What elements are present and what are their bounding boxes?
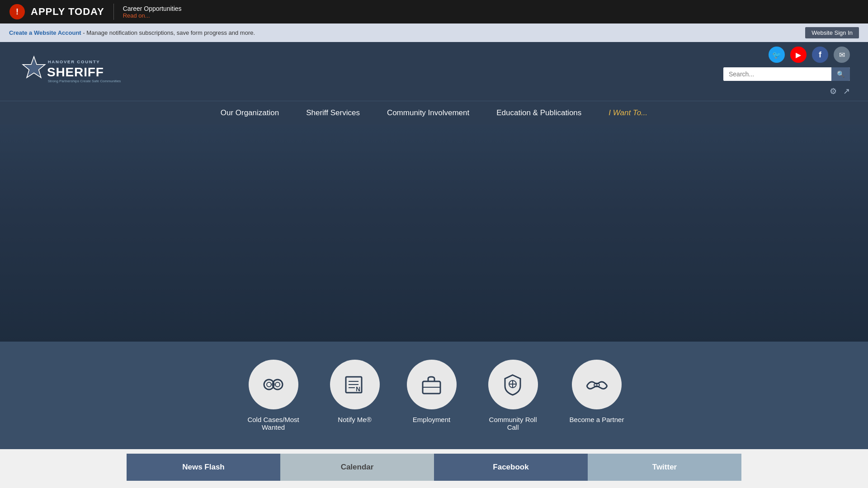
notification-text: Create a Website Account - Manage notifi… [9, 29, 255, 36]
email-icon[interactable]: ✉ [834, 47, 850, 63]
svg-point-11 [275, 382, 280, 387]
quick-link-cold-cases[interactable]: Cold Cases/Most Wanted [244, 360, 303, 431]
nav-our-organization[interactable]: Our Organization [207, 101, 292, 125]
tab-news-flash[interactable]: News Flash [127, 454, 280, 481]
navigation: Our Organization Sheriff Services Commun… [0, 101, 868, 125]
search-button[interactable]: 🔍 [831, 67, 850, 81]
employment-label: Employment [413, 416, 450, 423]
youtube-icon[interactable]: ▶ [790, 47, 807, 63]
hero-overlay [0, 125, 868, 342]
facebook-icon[interactable]: f [812, 47, 828, 63]
top-banner: ! APPLY TODAY Career Opportunities Read … [0, 0, 868, 23]
career-info: Career Opportunities Read on... [123, 5, 182, 19]
become-partner-label: Become a Partner [570, 416, 624, 423]
website-sign-in-button[interactable]: Website Sign In [805, 27, 859, 38]
handcuffs-icon [261, 372, 286, 397]
nav-i-want-to[interactable]: I Want To... [595, 101, 661, 125]
nav-sheriff-services[interactable]: Sheriff Services [292, 101, 373, 125]
settings-button[interactable]: ⚙ [830, 86, 837, 96]
banner-divider [113, 4, 114, 20]
header: HANOVER COUNTY SHERIFF Strong Partnershi… [0, 42, 868, 101]
notification-bar: Create a Website Account - Manage notifi… [0, 23, 868, 42]
briefcase-icon [419, 372, 444, 397]
header-tools: ⚙ ↗ [830, 86, 850, 96]
bottom-tabs-section: News Flash Calendar Facebook Twitter [0, 454, 868, 481]
quick-link-community-roll-call[interactable]: Community Roll Call [484, 360, 542, 431]
quick-link-become-partner[interactable]: Become a Partner [570, 360, 624, 423]
career-title: Career Opportunities [123, 5, 182, 12]
community-roll-call-icon-circle [488, 360, 538, 409]
svg-text:SHERIFF: SHERIFF [47, 65, 104, 79]
social-search-area: 🐦 ▶ f ✉ 🔍 ⚙ ↗ [723, 47, 850, 96]
twitter-icon[interactable]: 🐦 [769, 47, 785, 63]
apply-label: APPLY TODAY [31, 6, 104, 18]
hero-section [0, 125, 868, 342]
nav-education-publications[interactable]: Education & Publications [483, 101, 595, 125]
become-partner-icon-circle [572, 360, 622, 409]
tab-facebook[interactable]: Facebook [434, 454, 588, 481]
social-icons-group: 🐦 ▶ f ✉ [769, 47, 850, 63]
logo-area[interactable]: HANOVER COUNTY SHERIFF Strong Partnershi… [18, 55, 121, 88]
quick-link-employment[interactable]: Employment [407, 360, 457, 423]
handshake-icon [585, 372, 609, 397]
community-roll-call-label: Community Roll Call [484, 416, 542, 431]
svg-point-10 [267, 382, 271, 387]
svg-marker-3 [24, 59, 43, 76]
share-button[interactable]: ↗ [843, 86, 850, 96]
nav-community-involvement[interactable]: Community Involvement [373, 101, 483, 125]
tab-twitter[interactable]: Twitter [588, 454, 741, 481]
tab-calendar[interactable]: Calendar [280, 454, 434, 481]
notification-suffix: - Manage notification subscriptions, sav… [81, 29, 255, 36]
search-bar: 🔍 [723, 67, 850, 81]
employment-icon-circle [407, 360, 457, 409]
apply-today-container[interactable]: ! APPLY TODAY [9, 4, 104, 20]
search-input[interactable] [723, 67, 831, 81]
quick-link-notify-me[interactable]: N Notify Me® [330, 360, 380, 423]
svg-text:Strong Partnerships Create Saf: Strong Partnerships Create Safe Communit… [48, 79, 121, 83]
svg-text:!: ! [16, 7, 19, 16]
notify-me-icon-circle: N [330, 360, 380, 409]
notify-me-label: Notify Me® [338, 416, 371, 423]
shield-icon [500, 372, 525, 397]
career-read-on-link[interactable]: Read on... [123, 12, 182, 19]
alert-icon: ! [9, 4, 25, 20]
logo: HANOVER COUNTY SHERIFF Strong Partnershi… [18, 55, 121, 88]
quick-links-section: Cold Cases/Most Wanted N Notify Me® Empl… [0, 342, 868, 449]
cold-cases-label: Cold Cases/Most Wanted [244, 416, 303, 431]
create-account-link[interactable]: Create a Website Account [9, 29, 81, 36]
svg-text:HANOVER COUNTY: HANOVER COUNTY [48, 59, 100, 64]
svg-text:N: N [356, 385, 360, 393]
newspaper-icon: N [342, 372, 367, 397]
cold-cases-icon-circle [249, 360, 298, 409]
